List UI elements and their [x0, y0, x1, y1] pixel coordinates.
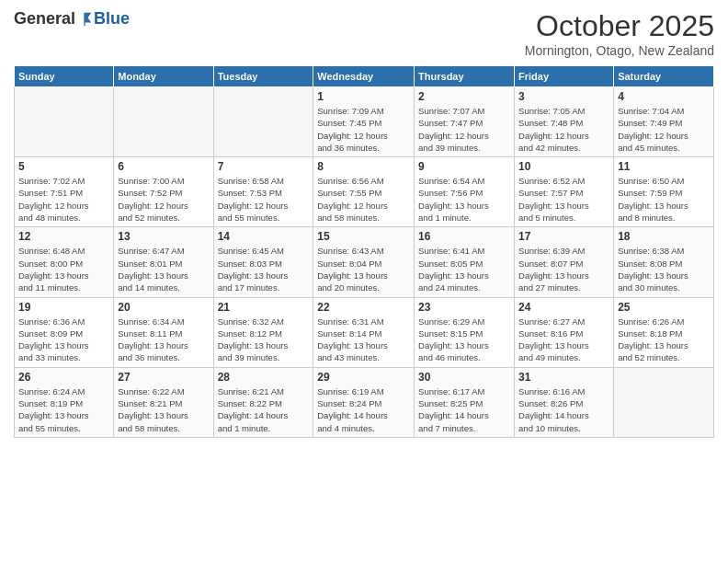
day-number: 5 [18, 160, 109, 173]
calendar-week-row: 5Sunrise: 7:02 AM Sunset: 7:51 PM Daylig… [15, 157, 714, 227]
table-row: 15Sunrise: 6:43 AM Sunset: 8:04 PM Dayli… [313, 227, 415, 297]
table-row [614, 367, 714, 437]
table-row [15, 87, 114, 157]
location-subtitle: Mornington, Otago, New Zealand [525, 43, 714, 58]
day-info: Sunrise: 6:21 AM Sunset: 8:22 PM Dayligh… [218, 385, 310, 434]
day-number: 26 [18, 371, 109, 384]
day-number: 20 [118, 301, 209, 314]
day-number: 17 [518, 230, 609, 243]
day-number: 2 [418, 90, 510, 103]
table-row: 30Sunrise: 6:17 AM Sunset: 8:25 PM Dayli… [415, 367, 515, 437]
day-info: Sunrise: 6:24 AM Sunset: 8:19 PM Dayligh… [18, 385, 109, 434]
col-wednesday: Wednesday [313, 66, 415, 87]
col-thursday: Thursday [415, 66, 515, 87]
day-number: 10 [518, 160, 609, 173]
table-row: 3Sunrise: 7:05 AM Sunset: 7:48 PM Daylig… [515, 87, 614, 157]
table-row [114, 87, 213, 157]
day-info: Sunrise: 6:26 AM Sunset: 8:18 PM Dayligh… [618, 316, 710, 364]
day-number: 18 [618, 230, 710, 243]
day-number: 1 [317, 90, 410, 103]
day-number: 11 [618, 160, 710, 173]
table-row: 29Sunrise: 6:19 AM Sunset: 8:24 PM Dayli… [313, 367, 415, 437]
table-row: 2Sunrise: 7:07 AM Sunset: 7:47 PM Daylig… [415, 87, 515, 157]
day-info: Sunrise: 6:47 AM Sunset: 8:01 PM Dayligh… [118, 245, 209, 293]
table-row: 12Sunrise: 6:48 AM Sunset: 8:00 PM Dayli… [15, 227, 114, 297]
day-info: Sunrise: 6:39 AM Sunset: 8:07 PM Dayligh… [518, 245, 609, 293]
table-row: 31Sunrise: 6:16 AM Sunset: 8:26 PM Dayli… [515, 367, 614, 437]
day-info: Sunrise: 7:07 AM Sunset: 7:47 PM Dayligh… [418, 105, 510, 154]
table-row: 11Sunrise: 6:50 AM Sunset: 7:59 PM Dayli… [614, 157, 714, 227]
day-number: 19 [18, 301, 109, 314]
table-row: 27Sunrise: 6:22 AM Sunset: 8:21 PM Dayli… [114, 367, 213, 437]
table-row: 26Sunrise: 6:24 AM Sunset: 8:19 PM Dayli… [15, 367, 114, 437]
day-number: 23 [418, 301, 510, 314]
logo-text: General Blue [14, 9, 130, 29]
day-number: 28 [218, 371, 310, 384]
calendar-header-row: Sunday Monday Tuesday Wednesday Thursday… [15, 66, 714, 87]
calendar-container: General Blue October 2025 Mornington, Ot… [0, 0, 728, 563]
col-saturday: Saturday [614, 66, 714, 87]
logo: General Blue [14, 9, 130, 29]
day-info: Sunrise: 6:43 AM Sunset: 8:04 PM Dayligh… [317, 245, 410, 293]
day-number: 3 [518, 90, 609, 103]
day-number: 27 [118, 371, 209, 384]
day-number: 4 [618, 90, 710, 103]
day-number: 15 [317, 230, 410, 243]
day-info: Sunrise: 6:29 AM Sunset: 8:15 PM Dayligh… [418, 316, 510, 364]
day-info: Sunrise: 6:54 AM Sunset: 7:56 PM Dayligh… [418, 175, 510, 224]
table-row: 24Sunrise: 6:27 AM Sunset: 8:16 PM Dayli… [515, 297, 614, 367]
day-info: Sunrise: 6:45 AM Sunset: 8:03 PM Dayligh… [218, 245, 310, 293]
day-number: 21 [218, 301, 310, 314]
calendar-week-row: 26Sunrise: 6:24 AM Sunset: 8:19 PM Dayli… [15, 367, 714, 437]
calendar-week-row: 12Sunrise: 6:48 AM Sunset: 8:00 PM Dayli… [15, 227, 714, 297]
table-row: 25Sunrise: 6:26 AM Sunset: 8:18 PM Dayli… [614, 297, 714, 367]
day-info: Sunrise: 6:52 AM Sunset: 7:57 PM Dayligh… [518, 175, 609, 224]
page-header: General Blue October 2025 Mornington, Ot… [14, 9, 714, 58]
day-info: Sunrise: 7:00 AM Sunset: 7:52 PM Dayligh… [118, 175, 209, 224]
day-info: Sunrise: 7:04 AM Sunset: 7:49 PM Dayligh… [618, 105, 710, 154]
col-monday: Monday [114, 66, 213, 87]
day-info: Sunrise: 6:34 AM Sunset: 8:11 PM Dayligh… [118, 316, 209, 364]
table-row: 1Sunrise: 7:09 AM Sunset: 7:45 PM Daylig… [313, 87, 415, 157]
col-tuesday: Tuesday [213, 66, 313, 87]
day-info: Sunrise: 6:41 AM Sunset: 8:05 PM Dayligh… [418, 245, 510, 293]
table-row [213, 87, 313, 157]
table-row: 4Sunrise: 7:04 AM Sunset: 7:49 PM Daylig… [614, 87, 714, 157]
day-info: Sunrise: 6:50 AM Sunset: 7:59 PM Dayligh… [618, 175, 710, 224]
logo-general: General [14, 9, 75, 29]
day-info: Sunrise: 6:22 AM Sunset: 8:21 PM Dayligh… [118, 385, 209, 434]
table-row: 17Sunrise: 6:39 AM Sunset: 8:07 PM Dayli… [515, 227, 614, 297]
table-row: 7Sunrise: 6:58 AM Sunset: 7:53 PM Daylig… [213, 157, 313, 227]
day-number: 12 [18, 230, 109, 243]
day-info: Sunrise: 6:32 AM Sunset: 8:12 PM Dayligh… [218, 316, 310, 364]
day-number: 22 [317, 301, 410, 314]
calendar-table: Sunday Monday Tuesday Wednesday Thursday… [14, 65, 714, 438]
calendar-week-row: 19Sunrise: 6:36 AM Sunset: 8:09 PM Dayli… [15, 297, 714, 367]
day-info: Sunrise: 7:05 AM Sunset: 7:48 PM Dayligh… [518, 105, 609, 154]
table-row: 21Sunrise: 6:32 AM Sunset: 8:12 PM Dayli… [213, 297, 313, 367]
day-number: 7 [218, 160, 310, 173]
day-info: Sunrise: 6:31 AM Sunset: 8:14 PM Dayligh… [317, 316, 410, 364]
day-number: 25 [618, 301, 710, 314]
col-friday: Friday [515, 66, 614, 87]
day-info: Sunrise: 6:48 AM Sunset: 8:00 PM Dayligh… [18, 245, 109, 293]
day-info: Sunrise: 6:56 AM Sunset: 7:55 PM Dayligh… [317, 175, 410, 224]
table-row: 5Sunrise: 7:02 AM Sunset: 7:51 PM Daylig… [15, 157, 114, 227]
day-number: 24 [518, 301, 609, 314]
table-row: 14Sunrise: 6:45 AM Sunset: 8:03 PM Dayli… [213, 227, 313, 297]
table-row: 18Sunrise: 6:38 AM Sunset: 8:08 PM Dayli… [614, 227, 714, 297]
day-number: 8 [317, 160, 410, 173]
day-number: 9 [418, 160, 510, 173]
calendar-week-row: 1Sunrise: 7:09 AM Sunset: 7:45 PM Daylig… [15, 87, 714, 157]
day-info: Sunrise: 6:19 AM Sunset: 8:24 PM Dayligh… [317, 385, 410, 434]
month-title: October 2025 [525, 9, 714, 43]
day-number: 16 [418, 230, 510, 243]
col-sunday: Sunday [15, 66, 114, 87]
logo-blue: Blue [94, 9, 130, 29]
day-info: Sunrise: 6:27 AM Sunset: 8:16 PM Dayligh… [518, 316, 609, 364]
day-info: Sunrise: 6:17 AM Sunset: 8:25 PM Dayligh… [418, 385, 510, 434]
day-info: Sunrise: 6:38 AM Sunset: 8:08 PM Dayligh… [618, 245, 710, 293]
table-row: 19Sunrise: 6:36 AM Sunset: 8:09 PM Dayli… [15, 297, 114, 367]
title-area: October 2025 Mornington, Otago, New Zeal… [525, 9, 714, 58]
day-info: Sunrise: 6:16 AM Sunset: 8:26 PM Dayligh… [518, 385, 609, 434]
